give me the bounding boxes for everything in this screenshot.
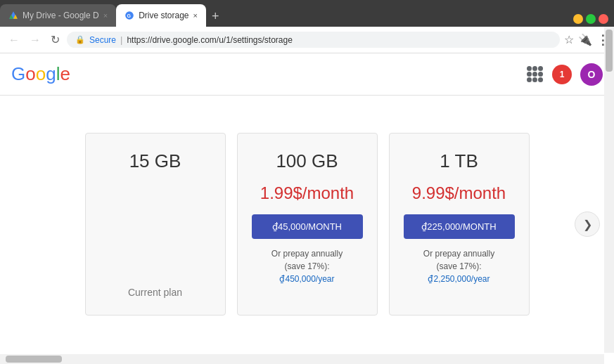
maximize-button[interactable] — [586, 14, 596, 24]
plan-prepay-text-100gb: Or prepay annually(save 17%): — [271, 249, 343, 271]
plan-size-15gb: 15 GB — [129, 150, 181, 172]
logo-o2: o — [36, 63, 46, 84]
tab-bar: My Drive - Google D × G Drive storage × … — [0, 0, 614, 27]
user-initial: O — [588, 69, 596, 80]
notification-count: 1 — [560, 70, 565, 79]
chevron-right-icon: ❯ — [583, 218, 592, 231]
plan-prepay-text-1tb: Or prepay annually(save 17%): — [423, 249, 494, 271]
scrollbar-thumb-vertical[interactable] — [606, 30, 613, 72]
url-separator: | — [120, 34, 122, 45]
reload-button[interactable]: ↻ — [48, 32, 63, 48]
svg-text:G: G — [127, 13, 132, 18]
logo-g2: g — [46, 63, 56, 84]
plan-size-1tb: 1 TB — [440, 150, 478, 172]
tab-label-my-drive: My Drive - Google D — [23, 11, 99, 20]
browser-chrome: My Drive - Google D × G Drive storage × … — [0, 0, 614, 53]
logo-o1: o — [25, 63, 35, 84]
secure-label: Secure — [89, 35, 116, 45]
plan-card-100gb: 100 GB 1.99$/month ₫45,000/MONTH Or prep… — [237, 133, 378, 316]
minimize-button[interactable] — [573, 14, 583, 24]
user-avatar[interactable]: O — [580, 63, 603, 86]
lock-icon: 🔒 — [75, 35, 85, 44]
plan-button-100gb[interactable]: ₫45,000/MONTH — [252, 214, 363, 239]
tab-favicon-google: G — [124, 11, 134, 20]
plan-prepay-100gb: Or prepay annually(save 17%): ₫450,000/y… — [271, 247, 343, 285]
tab-close-my-drive[interactable]: × — [103, 11, 108, 20]
tab-my-drive[interactable]: My Drive - Google D × — [0, 4, 116, 27]
extension-button[interactable]: 🔌 — [578, 33, 592, 46]
url-bar[interactable]: 🔒 Secure | https://drive.google.com/u/1/… — [67, 32, 560, 48]
back-button[interactable]: ← — [6, 32, 23, 48]
plan-price-1tb: 9.99$/month — [412, 183, 506, 203]
plan-annual-link-1tb[interactable]: ₫2,250,000/year — [428, 274, 490, 284]
forward-button[interactable]: → — [27, 32, 44, 48]
plan-size-100gb: 100 GB — [276, 150, 338, 172]
new-tab-button[interactable]: + — [206, 9, 225, 24]
logo-g: G — [11, 63, 25, 84]
plan-annual-link-100gb[interactable]: ₫450,000/year — [279, 274, 334, 284]
plan-price-100gb: 1.99$/month — [260, 183, 354, 203]
notification-button[interactable]: 1 — [552, 65, 572, 84]
main-content: 15 GB Current plan 100 GB 1.99$/month ₫4… — [0, 96, 614, 353]
google-header: Google 1 O — [0, 53, 614, 96]
close-button[interactable] — [599, 14, 608, 24]
url-text: https://drive.google.com/u/1/settings/st… — [127, 35, 292, 45]
logo-e: e — [60, 63, 70, 84]
plans-container: 15 GB Current plan 100 GB 1.99$/month ₫4… — [85, 133, 530, 316]
address-bar: ← → ↻ 🔒 Secure | https://drive.google.co… — [0, 27, 614, 53]
plan-card-1tb: 1 TB 9.99$/month ₫225,000/MONTH Or prepa… — [389, 133, 530, 316]
vertical-scrollbar[interactable] — [604, 27, 614, 353]
google-logo: Google — [11, 63, 70, 85]
scrollbar-thumb-horizontal[interactable] — [6, 356, 62, 363]
tab-close-drive-storage[interactable]: × — [193, 11, 198, 20]
plan-button-1tb[interactable]: ₫225,000/MONTH — [404, 214, 515, 239]
horizontal-scrollbar[interactable] — [0, 354, 604, 364]
window-controls — [568, 14, 614, 24]
plan-current-label: Current plan — [128, 287, 182, 298]
tab-favicon-drive — [8, 11, 18, 20]
plan-prepay-1tb: Or prepay annually(save 17%): ₫2,250,000… — [423, 247, 494, 285]
plan-card-15gb: 15 GB Current plan — [85, 133, 226, 316]
scroll-right-button[interactable]: ❯ — [575, 212, 600, 237]
bookmark-button[interactable]: ☆ — [564, 33, 574, 46]
tab-label-drive-storage: Drive storage — [139, 11, 188, 20]
header-right: 1 O — [527, 63, 603, 86]
browser-window: My Drive - Google D × G Drive storage × … — [0, 0, 614, 364]
tab-drive-storage[interactable]: G Drive storage × — [116, 4, 206, 27]
google-apps-button[interactable] — [527, 66, 544, 83]
